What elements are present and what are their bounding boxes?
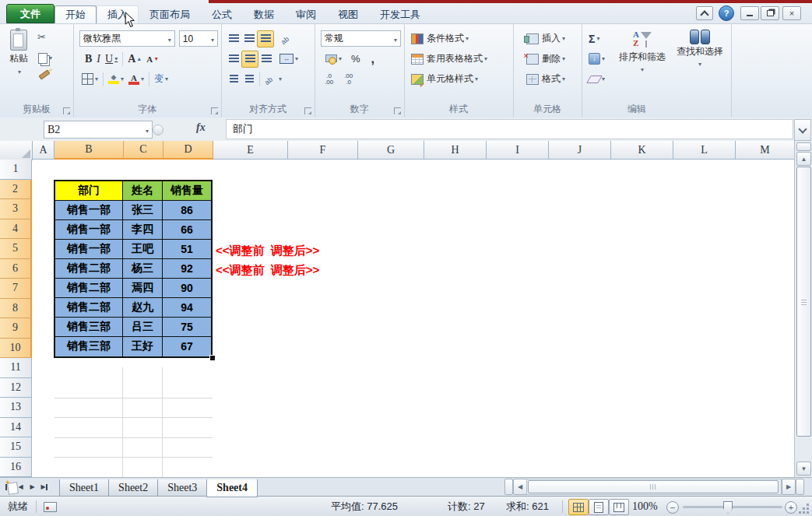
percent-style-button[interactable]: % — [349, 51, 363, 67]
table-cell[interactable]: 销售一部 — [55, 201, 123, 220]
clipboard-dialog-launcher[interactable] — [63, 107, 70, 114]
italic-button[interactable]: I — [94, 51, 103, 67]
normal-view-button[interactable] — [568, 499, 589, 515]
row-header-2[interactable]: 2 — [0, 180, 32, 200]
row-header-7[interactable]: 7 — [0, 279, 32, 299]
table-header-cell[interactable]: 销售量 — [163, 181, 211, 201]
table-cell[interactable]: 李四 — [123, 220, 163, 240]
table-cell[interactable]: 销售三部 — [55, 337, 123, 356]
number-format-select[interactable]: 常规 — [321, 30, 401, 47]
row-header-12[interactable]: 12 — [0, 378, 32, 398]
table-cell[interactable]: 张三 — [123, 201, 163, 220]
autosum-button[interactable]: Σ — [586, 30, 602, 47]
decrease-decimal-button[interactable]: .00 .0 — [342, 71, 355, 87]
fill-button[interactable]: ↓ — [586, 51, 607, 67]
clear-button[interactable] — [586, 71, 607, 87]
column-header-C[interactable]: C — [124, 141, 163, 160]
borders-button[interactable] — [79, 71, 100, 87]
column-header-F[interactable]: F — [288, 141, 358, 160]
expand-formula-bar-button[interactable] — [794, 119, 811, 141]
table-cell[interactable]: 销售三部 — [55, 318, 123, 337]
table-cell[interactable]: 王吧 — [123, 240, 163, 259]
increase-indent-button[interactable] — [241, 72, 257, 87]
table-cell[interactable]: 焉四 — [123, 279, 163, 298]
column-header-I[interactable]: I — [487, 141, 549, 160]
table-cell[interactable]: 销售二部 — [55, 279, 123, 298]
resize-grip[interactable] — [807, 511, 809, 514]
copy-button[interactable] — [36, 50, 54, 66]
fill-handle[interactable] — [209, 355, 216, 361]
font-color-button[interactable]: A — [126, 71, 146, 87]
row-header-1[interactable]: 1 — [0, 160, 32, 180]
macro-record-button[interactable] — [44, 497, 57, 516]
sheet-tab-Sheet1[interactable]: Sheet1 — [59, 479, 109, 497]
align-left-button[interactable] — [226, 51, 241, 67]
insert-cells-button[interactable]: 插入 — [521, 30, 568, 47]
ribbon-tab-文件[interactable]: 文件 — [6, 4, 54, 23]
table-header-cell[interactable]: 姓名 — [123, 181, 163, 201]
select-all-corner[interactable] — [0, 141, 33, 160]
fill-color-button[interactable]: ◆ — [106, 71, 126, 87]
page-layout-view-button[interactable] — [589, 499, 609, 515]
wrap-text-button[interactable] — [262, 71, 284, 87]
formula-input[interactable]: 部门 — [226, 119, 793, 139]
phonetic-guide-button[interactable]: 变 — [152, 71, 170, 87]
help-button[interactable]: ? — [719, 5, 734, 21]
table-cell[interactable]: 67 — [163, 337, 211, 356]
restore-button[interactable] — [761, 6, 779, 20]
merge-center-button[interactable]: ↔ — [277, 51, 301, 67]
zoom-slider-thumb[interactable] — [723, 501, 733, 514]
insert-function-button[interactable]: fx — [196, 121, 206, 134]
table-cell[interactable]: 75 — [163, 318, 211, 337]
row-header-10[interactable]: 10 — [0, 339, 32, 359]
decrease-indent-button[interactable] — [226, 72, 241, 87]
table-cell[interactable]: 92 — [163, 259, 211, 279]
next-sheet-button[interactable]: ▶ — [26, 479, 38, 494]
table-header-cell[interactable]: 部门 — [55, 181, 123, 201]
vertical-scroll-thumb[interactable] — [796, 167, 811, 437]
table-cell[interactable]: 赵九 — [123, 298, 163, 318]
scroll-down-button[interactable]: ▼ — [796, 462, 811, 476]
column-header-H[interactable]: H — [424, 141, 487, 160]
format-as-table-button[interactable]: 套用表格格式 — [409, 51, 490, 67]
table-cell[interactable]: 86 — [163, 201, 211, 220]
alignment-dialog-launcher[interactable] — [304, 107, 311, 114]
column-header-L[interactable]: L — [673, 141, 736, 160]
ribbon-tab-页面布局[interactable]: 页面布局 — [139, 5, 201, 23]
ribbon-tab-公式[interactable]: 公式 — [201, 5, 243, 23]
column-header-D[interactable]: D — [163, 141, 213, 160]
table-cell[interactable]: 94 — [163, 298, 211, 318]
ribbon-tab-数据[interactable]: 数据 — [243, 5, 285, 23]
find-select-button[interactable]: 查找和选择 ▾ — [672, 30, 728, 68]
annotation-row5[interactable]: <<调整前 调整后>> — [216, 241, 319, 261]
row-header-14[interactable]: 14 — [0, 418, 32, 438]
table-cell[interactable]: 销售二部 — [55, 298, 123, 318]
format-painter-button[interactable] — [39, 72, 50, 77]
align-right-button[interactable] — [258, 51, 274, 67]
name-box-dropdown[interactable] — [144, 124, 149, 136]
sheet-tab-Sheet4[interactable]: Sheet4 — [206, 479, 258, 497]
column-header-M[interactable]: M — [736, 141, 795, 160]
align-middle-button[interactable] — [241, 31, 257, 47]
last-sheet-button[interactable]: ▶ — [38, 479, 50, 494]
table-cell[interactable]: 杨三 — [123, 259, 163, 279]
table-cell[interactable]: 销售一部 — [55, 220, 123, 240]
zoom-out-button[interactable]: − — [666, 501, 679, 514]
minimize-button[interactable] — [740, 6, 759, 20]
ribbon-tab-审阅[interactable]: 审阅 — [285, 5, 327, 23]
font-size-select[interactable]: 10 — [179, 30, 218, 47]
column-header-A[interactable]: A — [33, 141, 54, 160]
align-center-button[interactable] — [241, 51, 258, 68]
scroll-left-button[interactable]: ◀ — [513, 479, 527, 495]
page-break-view-button[interactable] — [609, 499, 629, 515]
number-dialog-launcher[interactable] — [394, 107, 401, 114]
font-name-select[interactable]: 微软雅黑 — [79, 30, 175, 47]
tab-split-handle[interactable] — [796, 479, 804, 495]
row-header-9[interactable]: 9 — [0, 318, 32, 339]
sheet-tab-Sheet3[interactable]: Sheet3 — [157, 479, 207, 497]
zoom-in-button[interactable]: + — [785, 501, 797, 514]
font-dialog-launcher[interactable] — [211, 107, 218, 114]
column-header-K[interactable]: K — [611, 141, 673, 160]
table-cell[interactable]: 66 — [163, 220, 211, 240]
row-header-8[interactable]: 8 — [0, 299, 32, 319]
